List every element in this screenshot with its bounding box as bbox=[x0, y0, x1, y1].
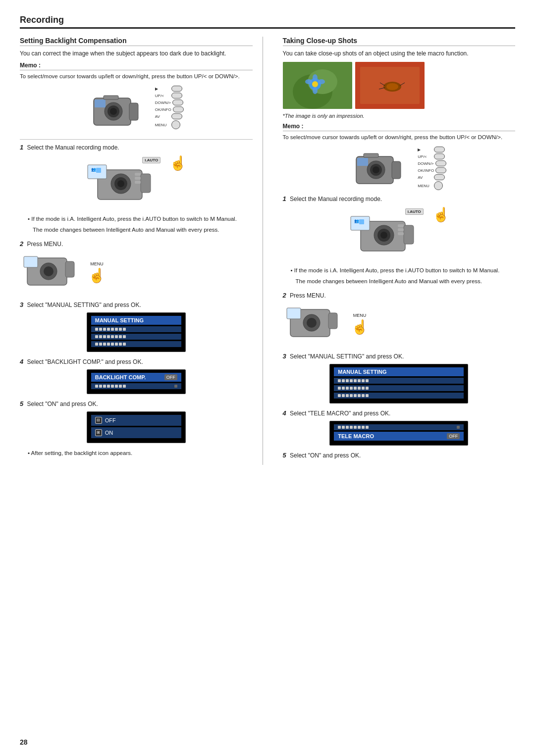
btn-row-av: AV bbox=[155, 113, 182, 119]
off-icon: ⊟ bbox=[95, 417, 102, 424]
svg-point-13 bbox=[117, 180, 124, 187]
left-step1-bullet: If the mode is i.A. Intelligent Auto, pr… bbox=[28, 215, 253, 223]
svg-point-42 bbox=[373, 166, 379, 173]
right-step3: 3 Select "MANUAL SETTING" and press OK. … bbox=[283, 353, 516, 403]
right-step2: 2 Press MENU. MENU ☝ bbox=[283, 292, 516, 347]
svg-rect-10 bbox=[96, 168, 101, 173]
svg-point-29 bbox=[318, 79, 325, 84]
left-onoff-screen: ⊟ OFF ⊞ ON bbox=[87, 411, 186, 443]
left-on-item: ⊞ ON bbox=[91, 427, 181, 438]
right-hand-icon: ☝ bbox=[432, 206, 450, 223]
camera-svg-left-top bbox=[89, 86, 148, 135]
left-step5-desc: 5 Select "ON" and press OK. bbox=[20, 400, 253, 407]
svg-point-30 bbox=[313, 74, 318, 81]
right-menu-screen-manual: MANUAL SETTING bbox=[329, 364, 468, 403]
svg-rect-61 bbox=[328, 313, 337, 329]
photo-strip bbox=[283, 62, 516, 109]
right-btn-row-up: UP/< bbox=[418, 153, 445, 159]
right-camera-top-illustration: ▶ UP/< DOWN/> OK/INFO bbox=[283, 147, 516, 191]
right-btn-row-av: AV bbox=[418, 174, 445, 180]
svg-rect-22 bbox=[65, 261, 74, 277]
svg-rect-17 bbox=[135, 181, 141, 184]
right-camera-with-screen: 👥 i.AUTO bbox=[348, 206, 428, 262]
right-menu-item-row0 bbox=[334, 424, 464, 430]
right-step2-desc: 2 Press MENU. bbox=[283, 292, 516, 299]
right-btn-row-okinfo: OK/INFO bbox=[418, 167, 446, 173]
left-after-bullet: After setting, the backlight icon appear… bbox=[28, 449, 253, 457]
svg-rect-16 bbox=[135, 177, 141, 180]
hand-area: ☝ bbox=[169, 155, 187, 171]
right-btn-row-play: ▶ bbox=[418, 147, 445, 152]
svg-rect-44 bbox=[392, 161, 401, 179]
svg-rect-54 bbox=[398, 224, 404, 227]
left-menu-item-row2 bbox=[91, 334, 181, 340]
svg-rect-53 bbox=[404, 225, 414, 244]
left-menu-screen-backlight: BACKLIGHT COMP. OFF bbox=[87, 369, 186, 394]
svg-point-31 bbox=[313, 87, 318, 94]
right-memo-text: To select/move cursor towards up/left or… bbox=[283, 133, 516, 142]
left-camera-top-illustration: ▶ UP/< DOWN/> OK/INFO bbox=[20, 86, 253, 135]
menu-hand-label: MENU ☝ bbox=[88, 261, 106, 284]
left-menu-item-row3 bbox=[91, 341, 181, 347]
right-hand-area: ☝ bbox=[432, 206, 450, 223]
on-icon: ⊞ bbox=[95, 429, 102, 436]
svg-point-21 bbox=[44, 266, 54, 276]
photo-insect bbox=[355, 62, 425, 109]
left-step2-desc: 2 Press MENU. bbox=[20, 240, 253, 248]
right-menu-hand-label: MENU ☝ bbox=[351, 313, 369, 335]
top-bar: Recording bbox=[20, 15, 515, 29]
left-step2: 2 Press MENU. MENU ☝ bbox=[20, 240, 253, 295]
right-step5-desc: 5 Select "ON" and press OK. bbox=[283, 452, 516, 459]
svg-rect-49 bbox=[359, 219, 364, 224]
right-step1-camera: 👥 i.AUTO bbox=[283, 206, 516, 262]
right-memo-label: Memo : bbox=[283, 123, 516, 131]
btn-row-up: UP/< bbox=[155, 93, 182, 99]
svg-rect-15 bbox=[135, 173, 141, 176]
svg-point-27 bbox=[312, 81, 318, 87]
right-step1-indent: The mode changes between Intelligent Aut… bbox=[296, 277, 516, 286]
svg-point-35 bbox=[386, 83, 398, 90]
left-step2-camera: MENU ☝ bbox=[20, 251, 253, 295]
left-step5: 5 Select "ON" and press OK. ⊟ OFF ⊞ ON bbox=[20, 400, 253, 443]
svg-text:👥: 👥 bbox=[91, 167, 96, 172]
right-menu-hand-icon: ☝ bbox=[351, 319, 369, 335]
left-memo-text: To select/move cursor towards up/left or… bbox=[20, 72, 253, 81]
svg-point-3 bbox=[110, 108, 117, 115]
right-section-title: Taking Close-up Shots bbox=[283, 37, 516, 46]
right-menu-item-tele-macro: TELE MACRO OFF bbox=[334, 432, 464, 441]
left-step1-indent: The mode changes between Intelligent Aut… bbox=[33, 226, 253, 234]
svg-rect-4 bbox=[95, 100, 106, 107]
right-step1: 1 Select the Manual recording mode. 👥 bbox=[283, 195, 516, 286]
right-step3-desc: 3 Select "MANUAL SETTING" and press OK. bbox=[283, 353, 516, 360]
left-menu-item-backlight: BACKLIGHT COMP. OFF bbox=[91, 373, 181, 382]
right-photo-caption: *The image is only an impression. bbox=[283, 113, 516, 119]
svg-point-28 bbox=[305, 79, 312, 84]
left-step4-desc: 4 Select "BACKLIGHT COMP." and press OK. bbox=[20, 358, 253, 365]
left-memo-block: Memo : To select/move cursor towards up/… bbox=[20, 62, 253, 81]
page-number: 28 bbox=[20, 738, 28, 746]
right-menu-item-row3 bbox=[334, 393, 464, 399]
right-intro-text: You can take close-up shots of an object… bbox=[283, 49, 516, 58]
left-menu-item-row1-b bbox=[91, 383, 181, 389]
right-btn-row-down: DOWN/> bbox=[418, 160, 446, 166]
left-menu-item-manual-setting: MANUAL SETTING bbox=[91, 316, 181, 325]
right-step4: 4 Select "TELE MACRO" and press OK. TELE… bbox=[283, 409, 516, 446]
right-step2-camera: MENU ☝ bbox=[283, 302, 516, 347]
svg-rect-5 bbox=[129, 103, 138, 120]
left-off-item: ⊟ OFF bbox=[91, 415, 181, 426]
photo-flower bbox=[283, 62, 352, 109]
right-menu-item-manual-setting: MANUAL SETTING bbox=[334, 367, 464, 376]
left-menu-screen-manual: MANUAL SETTING bbox=[87, 312, 186, 352]
left-section-title: Setting Backlight Compensation bbox=[20, 37, 253, 46]
left-step1: 1 Select the Manual recording mode. 👥 bbox=[20, 144, 253, 234]
iauto-badge: i.AUTO bbox=[142, 156, 160, 163]
hand-icon: ☝ bbox=[169, 155, 187, 171]
camera-with-screen: 👥 bbox=[85, 155, 164, 211]
right-iauto-badge: i.AUTO bbox=[405, 207, 424, 214]
camera-buttons-panel-right: ▶ UP/< DOWN/> OK/INFO bbox=[418, 147, 446, 191]
camera-buttons-panel-left: ▶ UP/< DOWN/> OK/INFO bbox=[155, 86, 184, 130]
left-menu-item-row1 bbox=[91, 326, 181, 332]
svg-rect-14 bbox=[141, 174, 151, 193]
svg-text:👥: 👥 bbox=[354, 218, 359, 223]
left-step3-desc: 3 Select "MANUAL SETTING" and press OK. bbox=[20, 301, 253, 308]
